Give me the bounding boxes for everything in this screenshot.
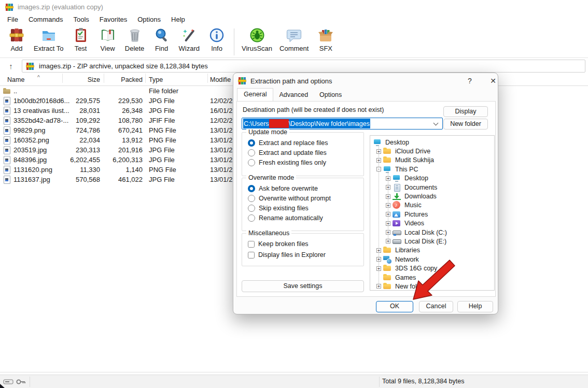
expand-toggle[interactable]: + <box>376 266 381 271</box>
file-type: JPG File <box>149 176 175 183</box>
tree-item-desktop-root[interactable]: Desktop <box>370 138 494 147</box>
tab-general[interactable]: General <box>237 88 273 101</box>
up-one-level-button[interactable]: ↑ <box>0 62 22 70</box>
column-header-name[interactable]: Name <box>7 74 24 86</box>
address-row: ↑ images.zip - ZIP archive, unpacked siz… <box>0 59 588 74</box>
radio-rename-automatically[interactable]: Rename automatically <box>248 214 323 222</box>
column-header-modified[interactable]: Modifie <box>210 74 231 86</box>
column-divider[interactable] <box>145 74 146 83</box>
ok-button[interactable]: OK <box>376 301 413 312</box>
tree-item-icloud-drive[interactable]: +iCloud Drive <box>370 147 494 155</box>
tab-advanced[interactable]: Advanced <box>273 89 314 101</box>
tree-item-pictures[interactable]: +Pictures <box>370 210 494 219</box>
tree-item-new-folder[interactable]: +New folder <box>370 282 494 291</box>
find-button[interactable]: Find <box>148 26 175 52</box>
tree-item-local-disk-c[interactable]: +Local Disk (C:) <box>370 228 494 237</box>
expand-toggle[interactable]: + <box>376 149 381 154</box>
column-divider[interactable] <box>104 74 104 83</box>
tree-item-this-pc[interactable]: -This PC <box>370 165 494 174</box>
radio-ask-before-overwrite[interactable]: Ask before overwrite <box>248 185 318 192</box>
tree-item-label: 3DS 16G copy <box>394 265 438 272</box>
menu-options[interactable]: Options <box>132 15 166 24</box>
radio-icon <box>248 205 255 212</box>
expand-toggle[interactable]: + <box>376 248 381 253</box>
find-magnifier-icon <box>153 27 170 44</box>
drive-icon[interactable] <box>3 379 13 385</box>
radio-skip-existing[interactable]: Skip existing files <box>248 205 309 212</box>
tree-item-libraries[interactable]: +Libraries <box>370 246 494 255</box>
tree-item-documents[interactable]: +Documents <box>370 183 494 192</box>
column-header-packed[interactable]: Packed <box>104 74 143 86</box>
expand-toggle[interactable]: + <box>386 230 390 235</box>
miscellaneous-title: Miscellaneous <box>246 229 291 237</box>
file-type: JPG File <box>149 146 175 154</box>
column-divider[interactable] <box>207 74 208 83</box>
address-bar[interactable]: images.zip - ZIP archive, unpacked size … <box>22 60 585 73</box>
tree-item-music[interactable]: +Music <box>370 201 494 210</box>
tree-item-mudit-sukhija[interactable]: +Mudit Sukhija <box>370 156 494 165</box>
file-packed: 6,200,313 <box>103 156 143 164</box>
close-icon[interactable]: ✕ <box>487 76 499 86</box>
cancel-button[interactable]: Cancel <box>419 301 453 312</box>
dialog-help-icon[interactable]: ? <box>464 76 475 86</box>
expand-toggle[interactable]: + <box>386 212 390 217</box>
tree-item-downloads[interactable]: +Downloads <box>370 192 494 200</box>
checkbox-keep-broken-files[interactable]: Keep broken files <box>248 240 309 248</box>
radio-extract-replace[interactable]: Extract and replace files <box>248 139 328 147</box>
menu-tools[interactable]: Tools <box>68 15 94 24</box>
column-header-type[interactable]: Type <box>149 74 163 86</box>
extract-to-button[interactable]: Extract To <box>30 26 67 52</box>
tree-item-label: Libraries <box>394 247 421 254</box>
sfx-button[interactable]: SFX <box>312 26 339 52</box>
add-button[interactable]: Add <box>3 26 30 52</box>
menu-favorites[interactable]: Favorites <box>94 15 132 24</box>
disk-icon <box>393 237 401 246</box>
expand-toggle[interactable]: + <box>386 221 390 226</box>
tree-item-desktop[interactable]: +Desktop <box>370 174 494 183</box>
expand-toggle[interactable]: + <box>386 194 390 199</box>
expand-toggle[interactable]: + <box>386 176 390 181</box>
expand-toggle[interactable]: + <box>376 257 381 262</box>
tab-options[interactable]: Options <box>314 89 347 101</box>
chevron-down-icon[interactable] <box>433 121 439 126</box>
tree-item-games[interactable]: Games <box>370 273 494 282</box>
new-folder-button[interactable]: New folder <box>443 119 488 130</box>
expand-toggle[interactable]: + <box>376 158 381 163</box>
expand-toggle[interactable]: + <box>386 203 390 208</box>
save-settings-button[interactable]: Save settings <box>242 280 364 292</box>
checkbox-display-files-explorer[interactable]: Display files in Explorer <box>248 251 326 258</box>
view-button[interactable]: View <box>94 26 121 52</box>
expand-toggle[interactable]: + <box>386 239 390 243</box>
menu-help[interactable]: Help <box>166 15 190 24</box>
corner-wedge <box>0 384 5 388</box>
display-button[interactable]: Display <box>443 106 488 117</box>
column-divider[interactable] <box>62 74 63 83</box>
destination-path-combo[interactable]: C:\Users\Desktop\New folder\images <box>242 118 443 130</box>
help-button[interactable]: Help <box>457 301 493 312</box>
key-icon[interactable] <box>16 379 26 385</box>
radio-fresh-existing[interactable]: Fresh existing files only <box>248 159 326 166</box>
tree-item-network[interactable]: +Network <box>370 255 494 264</box>
file-modified: 12/02/2 <box>210 117 232 124</box>
test-button[interactable]: Test <box>67 26 94 52</box>
extract-folder-icon <box>40 27 57 44</box>
menu-commands[interactable]: Commands <box>23 15 68 24</box>
comment-bubble-icon <box>286 27 302 44</box>
radio-overwrite-without-prompt[interactable]: Overwrite without prompt <box>248 195 331 202</box>
info-button[interactable]: Info <box>203 26 230 52</box>
menu-file[interactable]: File <box>2 15 23 24</box>
wizard-button[interactable]: Wizard <box>175 26 203 52</box>
tree-item-local-disk-e[interactable]: +Local Disk (E:) <box>370 237 494 246</box>
tree-item-3ds-16g-copy[interactable]: +3DS 16G copy <box>370 264 494 272</box>
tree-item-videos[interactable]: +Videos <box>370 219 494 228</box>
redacted-username-block <box>269 119 289 128</box>
radio-extract-update[interactable]: Extract and update files <box>248 149 327 156</box>
expand-toggle[interactable]: + <box>376 284 381 289</box>
collapse-toggle[interactable]: - <box>376 167 381 171</box>
add-books-icon <box>8 27 25 44</box>
expand-toggle[interactable]: + <box>386 185 390 190</box>
column-header-size[interactable]: Size <box>62 74 100 86</box>
delete-button[interactable]: Delete <box>121 26 148 52</box>
comment-button[interactable]: Comment <box>276 26 312 52</box>
virusscan-button[interactable]: VirusScan <box>238 26 276 52</box>
